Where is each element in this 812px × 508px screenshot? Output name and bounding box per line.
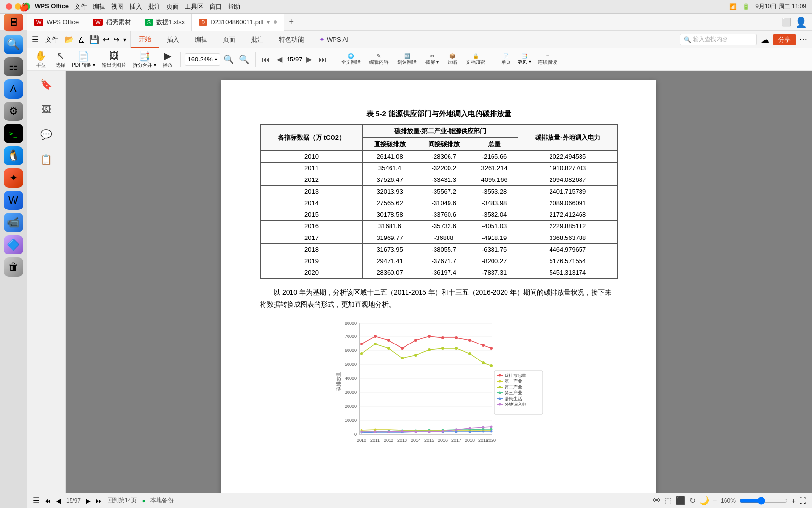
tab-wps-office[interactable]: W WPS Office [27, 14, 86, 31]
status-prev-page[interactable]: ◀ [56, 497, 61, 505]
sidebar-toggle-icon[interactable]: ☰ [30, 35, 41, 44]
status-next-page[interactable]: ▶ [86, 497, 91, 505]
double-page-btn[interactable]: 📑 双页 ▾ [516, 52, 533, 66]
sidebar-app-settings[interactable]: ⚙ [4, 102, 23, 121]
menu-edit[interactable]: 编辑 [93, 2, 105, 11]
menu-view[interactable]: 视图 [111, 2, 124, 11]
menu-help[interactable]: 帮助 [228, 2, 240, 11]
more-icon[interactable]: ⋯ [799, 35, 807, 44]
tab-excel[interactable]: S 数据1.xlsx [138, 14, 192, 31]
view-mode-icon[interactable]: 👁 [653, 496, 661, 505]
sidebar-app-meeting[interactable]: 📹 [4, 213, 23, 232]
sidebar-app-finder[interactable]: 🔍 [4, 35, 23, 54]
sidebar-app-terminal[interactable]: >_ [4, 124, 23, 143]
sidebar-app-word[interactable]: W [4, 191, 23, 210]
table-header-external: 碳排放量-外地调入电力 [518, 125, 617, 151]
redo-icon[interactable]: ↪ [112, 35, 121, 44]
svg-point-73 [469, 431, 471, 433]
mac-menu-items[interactable]: 🍎 WPS Office 文件 编辑 视图 插入 批注 页面 工具区 窗口 帮助 [19, 2, 240, 11]
prev-page-btn[interactable]: ◀ [274, 54, 285, 65]
close-button[interactable] [6, 3, 12, 10]
undo-icon[interactable]: ↩ [102, 35, 111, 44]
menu-tab-comment[interactable]: 批注 [243, 31, 271, 48]
screenshot-btn[interactable]: ✂ 截屏 ▾ [421, 52, 443, 67]
sidebar-app-appstore[interactable]: A [4, 79, 23, 99]
status-first-page[interactable]: ⏮ [44, 497, 51, 505]
rotate-icon[interactable]: ↻ [689, 496, 696, 505]
print-icon[interactable]: 🖨 [76, 35, 87, 44]
sidebar-app-qq[interactable]: 🐧 [4, 146, 23, 165]
window-tile-icon[interactable]: ⬜ [782, 17, 791, 27]
comment-panel-icon[interactable]: 💬 [38, 126, 55, 143]
menu-tab-edit[interactable]: 编辑 [187, 31, 215, 48]
menu-tab-page[interactable]: 页面 [215, 31, 243, 48]
cloud-icon[interactable]: ☁ [761, 34, 769, 45]
next-page-btn[interactable]: ▶ [304, 54, 315, 65]
add-tab-button[interactable]: + [284, 17, 299, 27]
word-translate-btn[interactable]: 🔤 划词翻译 [393, 52, 420, 67]
menu-tab-special[interactable]: 特色功能 [271, 31, 312, 48]
sidebar-app-extra[interactable]: 🔷 [4, 235, 23, 254]
share-btn[interactable]: 分享 [773, 34, 796, 45]
menu-insert[interactable]: 插入 [130, 2, 142, 11]
table-cell-direct: 31673.95 [363, 244, 417, 255]
status-sidebar-toggle[interactable]: ☰ [33, 496, 40, 505]
tab-pdf[interactable]: D D23104860011.pdf ▾ [192, 14, 284, 31]
encrypt-btn[interactable]: 🔒 文档加密 [462, 52, 489, 67]
search-box[interactable]: 🔍 输入查找内容 [680, 34, 757, 45]
hand-tool-btn[interactable]: ✋ 手型 [31, 49, 51, 70]
split-merge-btn[interactable]: 📑 拆分合并 ▾ [131, 49, 158, 70]
full-translate-btn[interactable]: 🌐 全文翻译 [337, 52, 364, 67]
single-page-btn[interactable]: 📄 单页 [497, 52, 515, 67]
document-paragraph: 以 2010 年为基期，分析该区域十二五（2011-2015 年）和十三五（20… [260, 286, 618, 311]
edit-content-btn[interactable]: ✎ 编辑内容 [365, 52, 392, 67]
fit-page-icon[interactable]: ⬚ [665, 496, 672, 505]
export-img-btn[interactable]: 🖼 输出为图片 [98, 49, 130, 70]
sidebar-app-trash[interactable]: 🗑 [4, 257, 23, 277]
menu-tools[interactable]: 工具区 [185, 2, 203, 11]
continuous-label: 连续阅读 [538, 59, 557, 66]
zoom-out-status-btn[interactable]: − [713, 497, 717, 505]
apple-menu[interactable]: 🍎 [19, 2, 29, 11]
zoom-in-btn[interactable]: 🔍 [237, 54, 251, 65]
menu-wps[interactable]: WPS Office [35, 2, 69, 11]
menu-comment[interactable]: 批注 [148, 2, 160, 11]
play-btn[interactable]: ▶ 播放 [159, 49, 176, 70]
fit-width-icon[interactable]: ⬛ [676, 496, 685, 505]
status-last-page[interactable]: ⏭ [96, 497, 102, 505]
dropdown-icon[interactable]: ▾ [122, 36, 128, 43]
zoom-slider[interactable] [740, 497, 788, 505]
status-nav-back[interactable]: 回到第14页 [107, 496, 137, 505]
select-tool-btn[interactable]: ↖ 选择 [52, 49, 69, 70]
menu-tab-start[interactable]: 开始 [131, 31, 159, 48]
zoom-out-btn[interactable]: 🔍 [221, 54, 236, 65]
zoom-control[interactable]: 160.24% ▾ [185, 53, 220, 66]
open-icon[interactable]: 📂 [63, 35, 75, 44]
menu-page[interactable]: 页面 [166, 2, 179, 11]
menu-window[interactable]: 窗口 [209, 2, 222, 11]
menu-file[interactable]: 文件 [74, 2, 87, 11]
table-cell-indirect: -35567.2 [417, 186, 471, 197]
pdf-convert-btn[interactable]: 📄 PDF转换 ▾ [70, 49, 97, 70]
bookmark-icon[interactable]: 🔖 [38, 75, 55, 93]
sidebar-app-mindmap[interactable]: ✦ [4, 168, 23, 188]
zoom-dropdown-icon[interactable]: ▾ [215, 57, 217, 62]
sidebar-app-launchpad[interactable]: ⚏ [4, 57, 23, 76]
save-icon[interactable]: 💾 [88, 35, 101, 44]
tab-options-icon[interactable]: ▾ [267, 19, 270, 26]
first-page-btn[interactable]: ⏮ [260, 54, 272, 65]
thumbnail-icon[interactable]: 🖼 [38, 101, 55, 118]
compress-btn[interactable]: 📦 压缩 [444, 52, 461, 67]
last-page-btn[interactable]: ⏭ [317, 54, 329, 65]
continuous-read-btn[interactable]: ≡ 连续阅读 [534, 52, 561, 67]
night-mode-icon[interactable]: 🌙 [699, 496, 709, 505]
menu-tab-insert[interactable]: 插入 [159, 31, 187, 48]
menu-tab-wpsai[interactable]: ✦ WPS AI [312, 31, 356, 48]
tab-draft[interactable]: W 稻壳素材 [86, 14, 138, 31]
mac-app-icon[interactable]: 🖥 [4, 13, 23, 32]
file-menu-btn[interactable]: 文件 [42, 35, 62, 44]
zoom-in-status-btn[interactable]: + [792, 497, 796, 505]
copy-panel-icon[interactable]: 📋 [38, 151, 55, 168]
fit-screen-btn[interactable]: ⛶ [799, 497, 806, 505]
user-avatar-icon[interactable]: 👤 [795, 16, 807, 28]
